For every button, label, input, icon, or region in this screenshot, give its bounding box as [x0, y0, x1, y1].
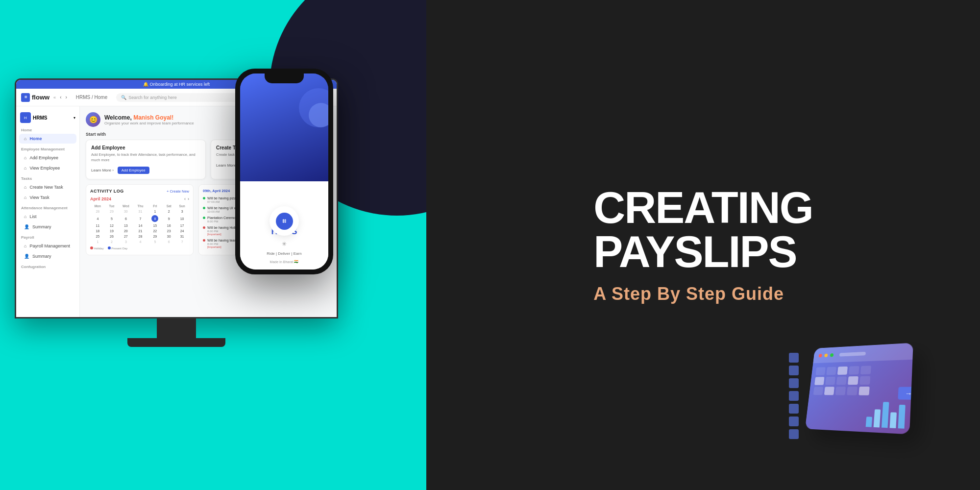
card-desc-add-employee: Add Employee, to track their Attendance,…	[91, 152, 200, 163]
welcome-name: Manish Goyal!	[133, 114, 173, 121]
cal-cell-4	[849, 366, 859, 374]
cal-cell-15	[858, 387, 869, 395]
sidebar-section-employee: Employee Management	[16, 144, 79, 152]
search-icon: 🔍	[121, 95, 126, 100]
event-dot-1	[203, 197, 205, 199]
event-time-3: 8:00 PM	[207, 220, 239, 223]
side-icon-2	[789, 366, 799, 375]
cal-cell-14	[847, 387, 858, 395]
cal-widget-body	[808, 360, 913, 403]
window-dot-red	[819, 354, 822, 357]
payroll-mgmt-icon: ⌂	[24, 244, 26, 248]
cal-widget: →	[805, 343, 913, 435]
breadcrumb: HRMS / Home	[76, 95, 107, 100]
collapse-icon[interactable]: «	[53, 95, 56, 100]
learn-more-add-employee[interactable]: Learn More ›	[91, 168, 114, 172]
side-icons	[789, 353, 799, 439]
welcome-text: Welcome, Manish Goyal! Organize your wor…	[104, 114, 194, 125]
welcome-subtitle: Organize your work and improve team perf…	[104, 121, 194, 125]
nav-forward[interactable]: ›	[65, 95, 67, 100]
welcome-avatar: 😊	[86, 112, 100, 127]
event-dot-2	[203, 207, 205, 209]
phone-white-section: ⌗ HRMS ✳ Ride | Deliver | Earn Made In B…	[240, 181, 328, 270]
add-employee-icon: ⌂	[24, 155, 26, 160]
phone: ⌗ HRMS ✳ Ride | Deliver | Earn Made In B…	[235, 69, 333, 274]
cal-cell-5	[860, 366, 871, 374]
nav-back[interactable]: ‹	[60, 95, 61, 100]
phone-blue-section	[240, 74, 328, 181]
phone-logo-inner: ⌗	[276, 213, 293, 230]
card-footer-add-employee: Learn More › Add Employee	[91, 167, 200, 174]
cal-row-2	[814, 375, 906, 385]
cal-cell-11	[813, 387, 824, 395]
bar-4	[890, 412, 897, 428]
side-icon-5	[789, 404, 799, 414]
cal-next[interactable]: ›	[188, 196, 189, 201]
phone-container: ⌗ HRMS ✳ Ride | Deliver | Earn Made In B…	[235, 69, 333, 274]
phone-made-in: Made In Bharat 🇮🇳	[270, 260, 299, 264]
app-logo: ⌗ floww	[21, 93, 49, 102]
right-title: CREATING PAYSLIPS	[593, 186, 812, 274]
window-dot-green	[830, 353, 834, 357]
sidebar-item-summary-attendance[interactable]: 👤 Summary	[19, 222, 76, 232]
bar-2	[874, 409, 881, 427]
welcome-heading: Welcome, Manish Goyal!	[104, 114, 194, 121]
right-section: CREATING PAYSLIPS A Step By Step Guide	[426, 0, 980, 490]
cal-arrow-button[interactable]: →	[898, 387, 913, 399]
flag-icon: 🇮🇳	[294, 260, 298, 264]
sidebar: H HRMS ▾ Home ⌂ Home Employee Management…	[16, 106, 80, 318]
sidebar-section-attendance: Attendance Management	[16, 203, 79, 211]
bar-1	[866, 416, 872, 427]
right-title-line1: CREATING	[593, 186, 812, 230]
cal-cell-3	[837, 367, 848, 375]
calendar-nav: ‹ ›	[184, 196, 189, 201]
cal-cell-12	[824, 387, 834, 395]
view-employee-icon: ⌂	[24, 166, 26, 171]
create-new-button[interactable]: + Create New	[167, 189, 189, 194]
event-dot-3	[203, 217, 205, 219]
holiday-legend: Holiday	[90, 246, 104, 250]
phone-tagline: Ride | Deliver | Earn	[267, 251, 301, 256]
side-icon-7	[789, 429, 799, 439]
phone-notch	[265, 74, 304, 83]
window-dot-yellow	[824, 353, 828, 357]
side-icon-4	[789, 391, 799, 401]
home-icon: ⌂	[24, 136, 26, 141]
cal-cell-2	[826, 367, 836, 375]
window-title-bar	[839, 351, 866, 356]
add-employee-card: Add Employee Add Employee, to track thei…	[86, 140, 206, 179]
summary-attendance-icon: 👤	[24, 224, 29, 229]
cal-row-1	[815, 365, 907, 375]
sidebar-item-view-task[interactable]: ⌂ View Task	[19, 193, 76, 202]
activity-log: ACTIVITY LOG + Create New April 2024 ‹ ›	[86, 184, 194, 255]
cal-cell-13	[835, 387, 846, 395]
right-title-line2: PAYSLIPS	[593, 230, 812, 274]
card-title-add-employee: Add Employee	[91, 145, 200, 150]
chart-bars	[866, 397, 906, 429]
illustration-container: →	[804, 343, 941, 451]
sidebar-item-create-task[interactable]: ⌂ Create New Task	[19, 182, 76, 192]
add-employee-button[interactable]: Add Employee	[118, 167, 149, 174]
cal-row-3	[813, 387, 906, 396]
sidebar-item-summary-payroll[interactable]: 👤 Summary	[19, 251, 76, 261]
calendar-month: April 2024	[90, 196, 111, 201]
chevron-icon[interactable]: ▾	[74, 116, 75, 120]
sidebar-item-payroll-mgmt[interactable]: ⌂ Payroll Management	[19, 241, 76, 251]
activity-title: ACTIVITY LOG	[90, 189, 124, 194]
activity-header: ACTIVITY LOG + Create New	[90, 189, 189, 194]
loading-spinner: ✳	[282, 241, 287, 247]
cal-cell-8	[836, 376, 847, 385]
sidebar-item-home[interactable]: ⌂ Home	[19, 134, 76, 144]
sidebar-item-add-employee[interactable]: ⌂ Add Employee	[19, 153, 76, 163]
sidebar-module: H HRMS ▾	[16, 110, 79, 125]
sidebar-item-list[interactable]: ⌂ List	[19, 212, 76, 221]
left-section: 🔔 Onboarding at HR services left ⌗ floww…	[0, 0, 426, 490]
phone-screen: ⌗ HRMS ✳ Ride | Deliver | Earn Made In B…	[240, 74, 328, 270]
sidebar-item-view-employee[interactable]: ⌂ View Employee	[19, 163, 76, 173]
cal-cell-7	[825, 377, 835, 385]
right-subtitle: A Step By Step Guide	[593, 284, 812, 304]
summary-payroll-icon: 👤	[24, 254, 29, 259]
create-task-icon: ⌂	[24, 185, 26, 190]
cal-prev[interactable]: ‹	[184, 196, 186, 201]
iso-illustration: →	[804, 343, 941, 451]
